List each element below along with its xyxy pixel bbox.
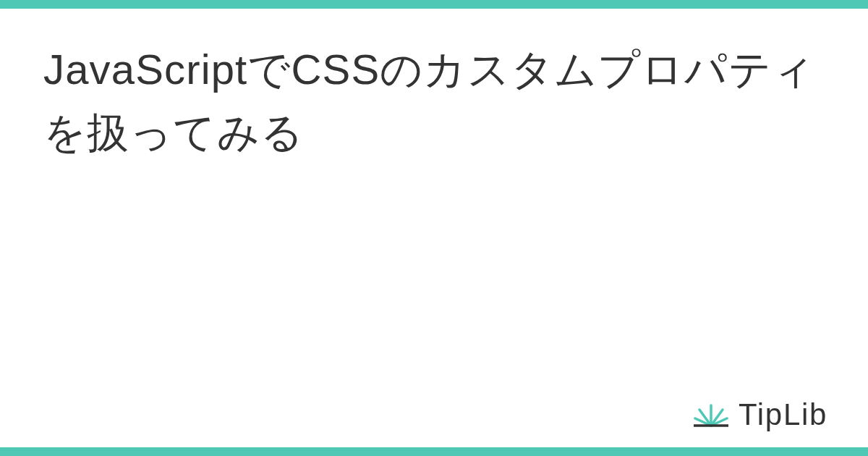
- brand-logo: TipLib: [694, 400, 827, 430]
- brand-name: TipLib: [739, 400, 827, 430]
- page-title: JavaScriptでCSSのカスタムプロパティを扱ってみる: [43, 38, 825, 164]
- content-area: JavaScriptでCSSのカスタムプロパティを扱ってみる TipLib: [0, 9, 868, 447]
- bottom-accent-bar: [0, 447, 868, 456]
- top-accent-bar: [0, 0, 868, 9]
- sunburst-icon: [694, 401, 728, 428]
